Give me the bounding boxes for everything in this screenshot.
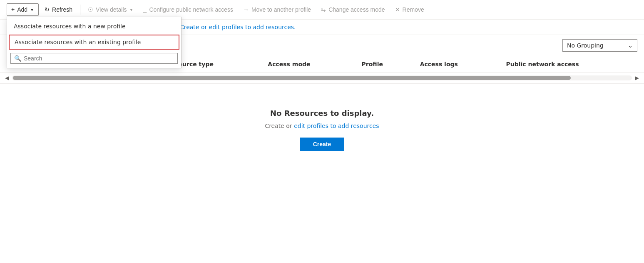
eye-icon: ☉ (88, 6, 93, 13)
horizontal-scrollbar[interactable]: ◀ ▶ (0, 73, 644, 84)
add-dropdown-menu: Associate resources with a new profile A… (7, 17, 182, 68)
empty-state: No Resources to display. Create or edit … (0, 84, 644, 176)
refresh-button[interactable]: ↻ Refresh (40, 4, 77, 15)
grouping-label: No Grouping (567, 42, 604, 49)
remove-label: Remove (403, 6, 424, 13)
change-access-button[interactable]: ⇆ Change access mode (317, 4, 389, 15)
transfer-icon: ⇆ (321, 6, 326, 13)
dropdown-search-input[interactable] (24, 55, 174, 62)
col-access-mode: Access mode (261, 56, 355, 73)
remove-button[interactable]: ✕ Remove (391, 4, 428, 15)
configure-label: Configure public network access (149, 6, 233, 13)
empty-title: No Resources to display. (270, 109, 374, 118)
associate-existing-profile-item[interactable]: Associate resources with an existing pro… (9, 35, 179, 50)
add-label: Add (17, 6, 27, 13)
col-access-logs: Access logs (413, 56, 500, 73)
info-link[interactable]: Create or edit profiles to add resources… (180, 24, 296, 30)
empty-subtitle-prefix: Create or (265, 123, 292, 129)
refresh-icon: ↻ (45, 6, 50, 13)
dropdown-search-container: 🔍 (7, 50, 181, 66)
change-access-label: Change access mode (328, 6, 385, 13)
toolbar-divider-1 (80, 5, 80, 15)
add-button[interactable]: + Add ▼ (7, 3, 39, 16)
scroll-right-arrow[interactable]: ▶ (634, 74, 641, 82)
scrollbar-track[interactable] (12, 75, 632, 80)
empty-subtitle-link[interactable]: edit profiles to add resources (294, 123, 379, 129)
add-chevron-icon: ▼ (30, 8, 34, 12)
add-dropdown-wrapper: + Add ▼ Associate resources with a new p… (7, 3, 39, 16)
grouping-chevron-icon: ⌄ (628, 42, 633, 49)
empty-subtitle: Create or edit profiles to add resources (265, 123, 379, 129)
create-button[interactable]: Create (300, 138, 345, 151)
toolbar: + Add ▼ Associate resources with a new p… (0, 0, 644, 20)
col-profile: Profile (355, 56, 413, 73)
search-icon: 🔍 (14, 55, 21, 62)
associate-new-profile-item[interactable]: Associate resources with a new profile (7, 19, 181, 34)
configure-button[interactable]: ⎯ Configure public network access (139, 4, 237, 15)
plus-icon: + (11, 6, 15, 13)
refresh-label: Refresh (52, 6, 72, 13)
view-details-chevron-icon: ▼ (129, 8, 134, 12)
move-button[interactable]: → Move to another profile (239, 4, 315, 15)
dropdown-search-box: 🔍 (10, 53, 178, 64)
arrow-right-icon: → (243, 6, 249, 13)
grouping-dropdown[interactable]: No Grouping ⌄ (562, 39, 637, 52)
view-details-label: View details (96, 6, 127, 13)
plug-icon: ⎯ (143, 6, 147, 13)
col-public-network: Public network access (500, 56, 644, 73)
close-icon: ✕ (395, 6, 400, 13)
move-label: Move to another profile (251, 6, 311, 13)
view-details-button[interactable]: ☉ View details ▼ (84, 4, 137, 15)
scroll-left-arrow[interactable]: ◀ (3, 74, 10, 82)
scrollbar-thumb[interactable] (13, 76, 571, 80)
